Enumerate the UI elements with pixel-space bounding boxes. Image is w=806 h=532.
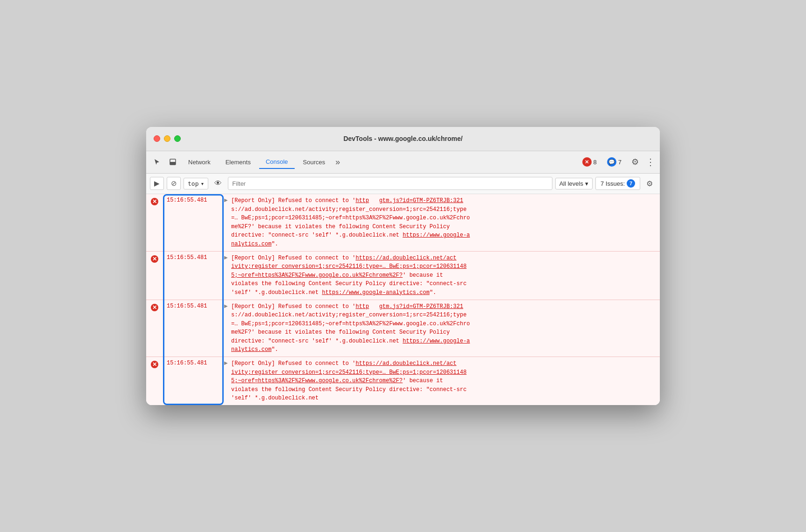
traffic-lights [154, 135, 181, 142]
console-toolbar: ▶ ⊘ top ▾ 👁 All levels ▾ 7 Issues: 7 ⚙ [146, 174, 660, 194]
expand-2[interactable]: ▶ [222, 252, 230, 300]
tab-elements[interactable]: Elements [219, 156, 257, 168]
cursor-icon-btn[interactable] [150, 155, 164, 169]
error-icon-col-1: ✕ [146, 194, 163, 251]
message-4: [Report Only] Refused to connect to 'htt… [230, 357, 660, 405]
error-icon-2: ✕ [151, 255, 158, 263]
eye-btn[interactable]: 👁 [211, 177, 225, 190]
timestamp-3: 15:16:55.481 [163, 300, 222, 357]
message-1: [Report Only] Refused to connect to 'htt… [230, 194, 660, 251]
expand-1[interactable]: ▶ [222, 194, 230, 251]
close-button[interactable] [154, 135, 160, 142]
minimize-button[interactable] [164, 135, 170, 142]
console-log-area: ✕ 15:16:55.481 ▶ [Report Only] Refused t… [146, 194, 660, 405]
log-entry-2: ✕ 15:16:55.481 ▶ [Report Only] Refused t… [146, 252, 660, 300]
play-icon: ▶ [154, 179, 160, 188]
eye-icon: 👁 [214, 179, 222, 188]
run-btn[interactable]: ▶ [150, 177, 164, 190]
filter-input[interactable] [228, 177, 552, 190]
maximize-button[interactable] [174, 135, 181, 142]
svg-rect-1 [170, 162, 176, 165]
tab-more[interactable]: » [333, 157, 342, 167]
tabs-right-actions: ✕ 8 💬 7 ⚙ ⋮ [579, 155, 656, 169]
log-entry-3: ✕ 15:16:55.481 ▶ [Report Only] Refused t… [146, 300, 660, 357]
timestamp-2: 15:16:55.481 [163, 252, 222, 300]
tabs-bar: Network Elements Console Sources » ✕ 8 💬… [146, 151, 660, 174]
console-settings-btn[interactable]: ⚙ [643, 177, 656, 190]
clear-btn[interactable]: ⊘ [167, 177, 181, 190]
log-levels-selector[interactable]: All levels ▾ [555, 178, 593, 189]
expand-4[interactable]: ▶ [222, 357, 230, 405]
title-bar: DevTools - www.google.co.uk/chrome/ [146, 127, 660, 151]
block-icon: ⊘ [171, 179, 177, 188]
error-badge-icon: ✕ [582, 157, 592, 167]
error-icon-col-2: ✕ [146, 252, 163, 300]
message-badge-btn[interactable]: 💬 7 [603, 155, 625, 168]
log-entry-1: ✕ 15:16:55.481 ▶ [Report Only] Refused t… [146, 194, 660, 252]
console-gear-icon: ⚙ [646, 179, 653, 188]
tab-network[interactable]: Network [182, 156, 217, 168]
timestamp-4: 15:16:55.481 [163, 357, 222, 405]
error-badge-btn[interactable]: ✕ 8 [579, 155, 601, 168]
issues-btn[interactable]: 7 Issues: 7 [595, 177, 640, 190]
message-3: [Report Only] Refused to connect to 'htt… [230, 300, 660, 357]
settings-btn[interactable]: ⚙ [628, 155, 642, 169]
message-2: [Report Only] Refused to connect to 'htt… [230, 252, 660, 300]
timestamp-1: 15:16:55.481 [163, 194, 222, 251]
window-title: DevTools - www.google.co.uk/chrome/ [343, 135, 462, 142]
error-icon-1: ✕ [151, 198, 158, 205]
levels-arrow: ▾ [585, 180, 588, 187]
tab-sources[interactable]: Sources [297, 156, 332, 168]
dock-icon-btn[interactable] [166, 155, 180, 169]
message-count: 7 [618, 159, 622, 166]
more-options-btn[interactable]: ⋮ [645, 155, 656, 169]
tab-console[interactable]: Console [259, 155, 295, 169]
log-entry-4: ✕ 15:16:55.481 ▶ [Report Only] Refused t… [146, 357, 660, 405]
entries-container: ✕ 15:16:55.481 ▶ [Report Only] Refused t… [146, 194, 660, 405]
error-icon-col-3: ✕ [146, 300, 163, 357]
context-label: top [188, 180, 198, 187]
devtools-window: DevTools - www.google.co.uk/chrome/ Netw… [146, 127, 660, 405]
context-dropdown-arrow: ▾ [200, 180, 204, 187]
error-icon-4: ✕ [151, 361, 158, 368]
issues-badge: 7 [627, 179, 635, 188]
error-icon-col-4: ✕ [146, 357, 163, 405]
error-count: 8 [594, 159, 597, 166]
issues-label: 7 Issues: [601, 180, 625, 187]
context-selector[interactable]: top ▾ [184, 178, 208, 189]
levels-label: All levels [559, 180, 583, 187]
error-icon-3: ✕ [151, 304, 158, 311]
message-badge-icon: 💬 [607, 157, 616, 167]
expand-3[interactable]: ▶ [222, 300, 230, 357]
